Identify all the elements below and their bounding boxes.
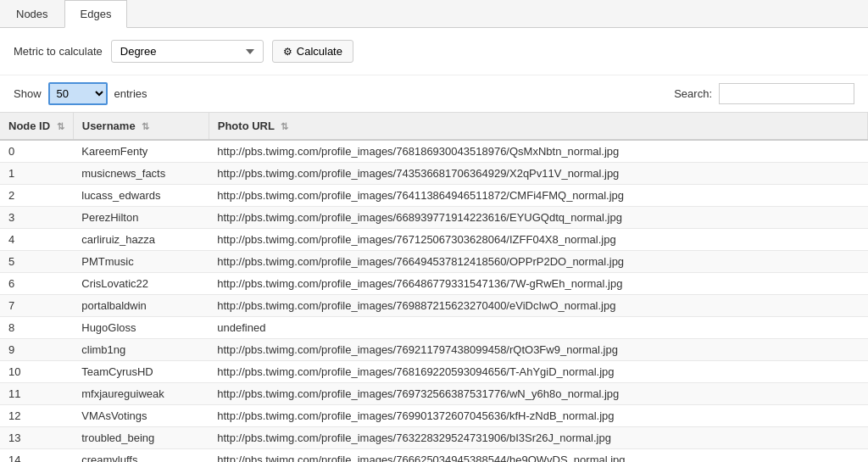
table-row: 9climb1nghttp://pbs.twimg.com/profile_im… — [0, 339, 868, 361]
cell-nodeid: 0 — [0, 140, 73, 163]
cell-username: HugoGloss — [73, 317, 209, 339]
show-label: Show — [14, 87, 42, 100]
cell-username: portalbaldwin — [73, 295, 209, 317]
cell-photourl: http://pbs.twimg.com/profile_images/7681… — [209, 140, 867, 163]
table-row: 8HugoGlossundefined — [0, 317, 868, 339]
cell-username: TeamCyrusHD — [73, 361, 209, 383]
calculate-label: Calculate — [297, 45, 342, 58]
tabs-bar: Nodes Edges — [0, 0, 868, 28]
table-row: 0KareemFentyhttp://pbs.twimg.com/profile… — [0, 140, 868, 163]
search-area: Search: — [674, 83, 854, 104]
table-row: 13troubled_beinghttp://pbs.twimg.com/pro… — [0, 427, 868, 449]
cell-photourl: http://pbs.twimg.com/profile_images/7664… — [209, 251, 867, 273]
cell-photourl: http://pbs.twimg.com/profile_images/7632… — [209, 427, 867, 449]
cell-photourl: http://pbs.twimg.com/profile_images/7698… — [209, 295, 867, 317]
table-header-row: Node ID ⇅ Username ⇅ Photo URL ⇅ — [0, 113, 868, 141]
table-row: 5PMTmusichttp://pbs.twimg.com/profile_im… — [0, 251, 868, 273]
col-header-username[interactable]: Username ⇅ — [73, 113, 209, 141]
cell-username: climb1ng — [73, 339, 209, 361]
metric-controls: Metric to calculate Degree Betweenness C… — [0, 28, 868, 75]
table-row: 14creamyluffshttp://pbs.twimg.com/profil… — [0, 449, 868, 463]
cell-photourl: http://pbs.twimg.com/profile_images/7664… — [209, 273, 867, 295]
cell-nodeid: 5 — [0, 251, 73, 273]
table-row: 10TeamCyrusHDhttp://pbs.twimg.com/profil… — [0, 361, 868, 383]
table-body: 0KareemFentyhttp://pbs.twimg.com/profile… — [0, 140, 868, 462]
cell-username: VMAsVotings — [73, 405, 209, 427]
search-label: Search: — [674, 87, 712, 100]
tab-edges[interactable]: Edges — [64, 0, 128, 28]
tab-nodes[interactable]: Nodes — [0, 0, 64, 27]
cell-username: PerezHilton — [73, 207, 209, 229]
cell-nodeid: 8 — [0, 317, 73, 339]
table-row: 4carliruiz_hazzahttp://pbs.twimg.com/pro… — [0, 229, 868, 251]
cell-nodeid: 9 — [0, 339, 73, 361]
table-row: 12VMAsVotingshttp://pbs.twimg.com/profil… — [0, 405, 868, 427]
sort-icon-photourl: ⇅ — [281, 121, 288, 132]
col-header-nodeid[interactable]: Node ID ⇅ — [0, 113, 73, 141]
cell-username: carliruiz_hazza — [73, 229, 209, 251]
cell-photourl: http://pbs.twimg.com/profile_images/7666… — [209, 449, 867, 463]
cell-nodeid: 4 — [0, 229, 73, 251]
cell-nodeid: 11 — [0, 383, 73, 405]
cell-photourl: undefined — [209, 317, 867, 339]
entries-select[interactable]: 50 10 25 100 — [48, 82, 108, 105]
cell-nodeid: 6 — [0, 273, 73, 295]
show-entries-area: Show 50 10 25 100 entries — [14, 82, 147, 105]
cell-username: KareemFenty — [73, 140, 209, 163]
cell-photourl: http://pbs.twimg.com/profile_images/7699… — [209, 405, 867, 427]
metric-label: Metric to calculate — [14, 45, 103, 58]
sort-icon-username: ⇅ — [142, 121, 149, 132]
entries-suffix: entries — [114, 87, 147, 100]
metric-select[interactable]: Degree Betweenness Closeness PageRank — [111, 40, 264, 63]
cell-photourl: http://pbs.twimg.com/profile_images/7435… — [209, 163, 867, 185]
cell-photourl: http://pbs.twimg.com/profile_images/7692… — [209, 339, 867, 361]
cell-photourl: http://pbs.twimg.com/profile_images/7681… — [209, 361, 867, 383]
gear-icon: ⚙ — [283, 46, 292, 58]
cell-nodeid: 7 — [0, 295, 73, 317]
cell-nodeid: 12 — [0, 405, 73, 427]
cell-nodeid: 14 — [0, 449, 73, 463]
cell-username: creamyluffs — [73, 449, 209, 463]
table-controls: Show 50 10 25 100 entries Search: — [0, 75, 868, 112]
table-row: 7portalbaldwinhttp://pbs.twimg.com/profi… — [0, 295, 868, 317]
col-header-photourl[interactable]: Photo URL ⇅ — [209, 113, 867, 141]
cell-username: PMTmusic — [73, 251, 209, 273]
search-input[interactable] — [719, 83, 854, 104]
cell-username: mfxjaureguiweak — [73, 383, 209, 405]
table-row: 6CrisLovatic22http://pbs.twimg.com/profi… — [0, 273, 868, 295]
cell-username: CrisLovatic22 — [73, 273, 209, 295]
cell-username: musicnews_facts — [73, 163, 209, 185]
sort-icon-nodeid: ⇅ — [57, 121, 64, 132]
calculate-button[interactable]: ⚙ Calculate — [272, 40, 353, 63]
cell-nodeid: 3 — [0, 207, 73, 229]
table-row: 3PerezHiltonhttp://pbs.twimg.com/profile… — [0, 207, 868, 229]
cell-photourl: http://pbs.twimg.com/profile_images/6689… — [209, 207, 867, 229]
data-table: Node ID ⇅ Username ⇅ Photo URL ⇅ 0Kareem… — [0, 112, 868, 462]
cell-nodeid: 13 — [0, 427, 73, 449]
cell-username: lucass_edwards — [73, 185, 209, 207]
cell-photourl: http://pbs.twimg.com/profile_images/7697… — [209, 383, 867, 405]
cell-photourl: http://pbs.twimg.com/profile_images/7641… — [209, 185, 867, 207]
cell-nodeid: 10 — [0, 361, 73, 383]
cell-photourl: http://pbs.twimg.com/profile_images/7671… — [209, 229, 867, 251]
cell-nodeid: 1 — [0, 163, 73, 185]
table-row: 2lucass_edwardshttp://pbs.twimg.com/prof… — [0, 185, 868, 207]
table-row: 11mfxjaureguiweakhttp://pbs.twimg.com/pr… — [0, 383, 868, 405]
table-row: 1musicnews_factshttp://pbs.twimg.com/pro… — [0, 163, 868, 185]
cell-nodeid: 2 — [0, 185, 73, 207]
cell-username: troubled_being — [73, 427, 209, 449]
